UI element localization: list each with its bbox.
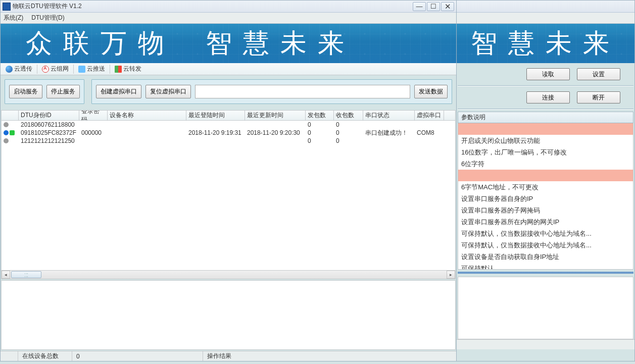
table-body: 20180607621188000009181025FC82372F000000…	[2, 121, 455, 270]
tab-forward[interactable]: 云转发	[112, 64, 144, 74]
tab-passthrough[interactable]: 云透传	[3, 64, 35, 74]
scroll-right-icon[interactable]: ▸	[447, 271, 455, 279]
send-group: 创建虚拟串口 复位虚拟串口 发送数据	[91, 79, 452, 104]
cell-recv: 0	[334, 129, 363, 136]
disconnect-button[interactable]: 断开	[577, 91, 620, 103]
connect-button[interactable]: 连接	[526, 91, 570, 103]
start-service-button[interactable]: 启动服务	[9, 85, 42, 98]
send-data-input[interactable]	[195, 85, 410, 98]
separator	[110, 65, 110, 74]
table-row[interactable]: 201806076211880000	[2, 121, 455, 129]
main-window: 物联云DTU管理软件 V1.2 — ☐ ✕ 系统(Z) DTU管理(D) 众联万…	[0, 0, 457, 361]
param-row[interactable]: 可保持默认，仅当数据接收中心地址为域名...	[458, 228, 633, 239]
window-title: 物联云DTU管理软件 V1.2	[13, 2, 411, 11]
cell-id: 1212121212121250	[19, 137, 79, 144]
table-row[interactable]: 121212121212125000	[2, 137, 455, 145]
scroll-thumb[interactable]	[11, 271, 41, 278]
col-name[interactable]: 设备名称	[108, 111, 186, 120]
forward-icon	[115, 66, 122, 73]
param-row[interactable]: 设置串口服务器的子网掩码	[458, 204, 633, 216]
scroll-track[interactable]	[10, 271, 447, 279]
tab-network[interactable]: 云组网	[39, 64, 72, 74]
cell-id: 2018060762118800	[19, 121, 79, 128]
col-last-update[interactable]: 最近更新时间	[245, 111, 306, 120]
cell-last_update: 2018-11-20 9:20:30	[245, 129, 306, 136]
menu-system[interactable]: 系统(Z)	[4, 14, 23, 22]
push-icon	[78, 66, 85, 73]
read-set-row: 读取 设置	[457, 63, 634, 85]
param-row[interactable]	[458, 123, 633, 135]
right-window: 智慧未来 读取 设置 连接 断开 参数说明 开启或关闭众山物联云功能16位数字，…	[457, 0, 635, 361]
col-recv[interactable]: 收包数	[334, 111, 363, 120]
status-dot-icon	[4, 138, 9, 143]
cell-pwd: 000000	[79, 129, 108, 136]
globe-icon	[6, 66, 13, 73]
table-header: DTU身份ID 登录密码 设备名称 最近登陆时间 最近更新时间 发包数 收包数 …	[2, 111, 455, 121]
maximize-button[interactable]: ☐	[427, 2, 440, 11]
cell-id: 09181025FC82372F	[19, 129, 79, 136]
param-row[interactable]: 6字节MAC地址，不可更改	[458, 181, 633, 193]
col-last-login[interactable]: 最近登陆时间	[186, 111, 245, 120]
param-row[interactable]: 可保持默认	[458, 263, 633, 270]
param-row[interactable]: 设置串口服务器所在内网的网关IP	[458, 216, 633, 228]
cell-send: 0	[306, 129, 334, 136]
param-row[interactable]: 可保持默认，仅当数据接收中心地址为域名...	[458, 239, 633, 251]
param-row[interactable]: 16位数字，出厂唯一编码，不可修改	[458, 146, 633, 158]
device-table: DTU身份ID 登录密码 设备名称 最近登陆时间 最近更新时间 发包数 收包数 …	[1, 110, 456, 279]
scroll-left-icon[interactable]: ◂	[2, 271, 10, 279]
col-send[interactable]: 发包数	[306, 111, 334, 120]
tab-bar: 云透传 云组网 云推送 云转发	[1, 63, 456, 75]
col-serial[interactable]: 串口状态	[363, 111, 415, 120]
horizontal-scrollbar[interactable]: ◂ ▸	[2, 270, 455, 279]
status-online-label: 在线设备总数	[18, 352, 72, 360]
read-button[interactable]: 读取	[526, 68, 570, 80]
col-status[interactable]	[2, 111, 19, 120]
cell-vcom: COM8	[415, 129, 444, 136]
stop-service-button[interactable]: 停止服务	[46, 85, 80, 98]
right-menu-bar	[457, 13, 634, 24]
send-data-button[interactable]: 发送数据	[414, 85, 448, 98]
col-id[interactable]: DTU身份ID	[19, 111, 79, 120]
cell-recv: 0	[334, 137, 363, 144]
network-icon	[42, 66, 49, 73]
param-row[interactable]: 设置设备是否自动获取自身IP地址	[458, 251, 633, 263]
menu-dtu[interactable]: DTU管理(D)	[31, 14, 64, 22]
param-header[interactable]: 参数说明	[458, 112, 633, 123]
tab-label: 云转发	[123, 65, 141, 73]
status-dot-icon	[4, 130, 9, 135]
menu-bar: 系统(Z) DTU管理(D)	[1, 13, 456, 24]
cell-serial: 串口创建成功！	[363, 129, 415, 137]
close-button[interactable]: ✕	[441, 2, 454, 11]
banner-text: 智慧未来	[471, 26, 620, 61]
reset-vport-button[interactable]: 复位虚拟串口	[145, 85, 191, 98]
param-row[interactable]	[458, 170, 633, 181]
banner-text-right: 智慧未来	[206, 26, 355, 61]
separator	[73, 65, 74, 74]
connect-row: 连接 断开	[457, 86, 634, 109]
param-list: 开启或关闭众山物联云功能16位数字，出厂唯一编码，不可修改6位字符6字节MAC地…	[458, 123, 633, 270]
cell-send: 0	[306, 121, 334, 128]
col-pwd[interactable]: 登录密码	[79, 111, 108, 120]
tab-label: 云推送	[87, 65, 105, 73]
param-row[interactable]: 6位字符	[458, 158, 633, 170]
col-vcom[interactable]: 虚拟串口	[415, 111, 444, 120]
status-dot-icon	[10, 130, 15, 135]
status-online-value: 0	[72, 353, 203, 360]
param-row[interactable]: 设置串口服务器自身的IP	[458, 193, 633, 204]
action-panel: 启动服务 停止服务 创建虚拟串口 复位虚拟串口 发送数据	[1, 75, 456, 108]
service-group: 启动服务 停止服务	[5, 79, 84, 104]
table-row[interactable]: 09181025FC82372F0000002018-11-20 9:19:31…	[2, 129, 455, 137]
param-row[interactable]: 开启或关闭众山物联云功能	[458, 135, 633, 146]
tab-push[interactable]: 云推送	[75, 64, 108, 74]
right-bottom-area[interactable]	[458, 277, 633, 339]
tab-label: 云透传	[14, 65, 32, 73]
set-button[interactable]: 设置	[577, 68, 620, 80]
right-status-bar	[457, 339, 634, 349]
title-bar: 物联云DTU管理软件 V1.2 — ☐ ✕	[1, 1, 456, 13]
create-vport-button[interactable]: 创建虚拟串口	[96, 85, 141, 98]
status-op-label: 操作结果	[203, 352, 235, 360]
log-area[interactable]	[1, 280, 456, 350]
right-banner: 智慧未来	[457, 24, 634, 63]
minimize-button[interactable]: —	[413, 2, 426, 11]
cell-recv: 0	[334, 121, 363, 128]
